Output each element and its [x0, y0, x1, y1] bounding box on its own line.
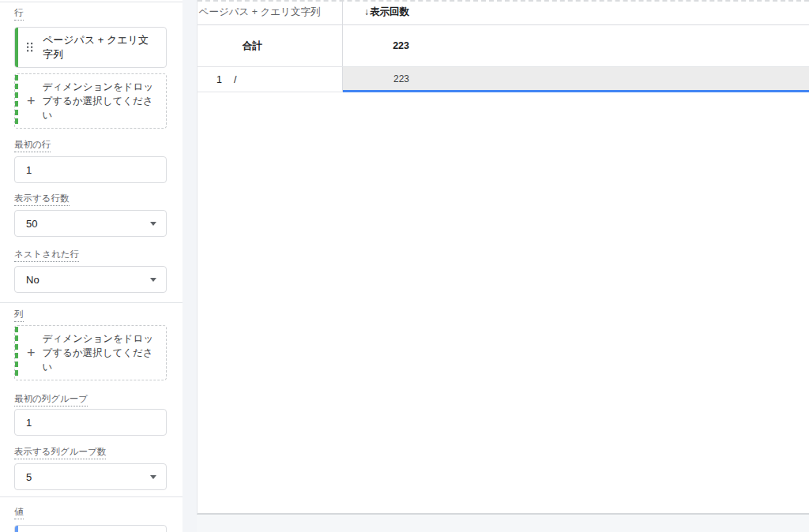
row-path: / [234, 74, 236, 85]
total-value-cell: 223 [343, 25, 809, 66]
table-card: ページパス + クエリ文字列 ↓表示回数 合計 223 1 / [197, 0, 809, 515]
table-row[interactable]: 1 / 223 [198, 67, 809, 92]
table-total-row: 合計 223 [198, 25, 809, 67]
table-header-row: ページパス + クエリ文字列 ↓表示回数 [198, 0, 809, 25]
row-count-select[interactable]: 50 [14, 210, 167, 237]
first-row-label: 最初の行 [14, 140, 51, 152]
metric-chip-views[interactable]: 表示回数 [14, 525, 167, 532]
metric-column-header[interactable]: ↓表示回数 [343, 0, 809, 24]
sort-descending-icon: ↓ [364, 6, 369, 17]
row-count-value: 50 [26, 218, 37, 230]
nested-rows-select[interactable]: No [14, 266, 167, 293]
first-col-group-label: 最初の列グループ [14, 394, 88, 406]
dropdown-caret-icon [150, 278, 156, 282]
total-label: 合計 [243, 39, 262, 53]
dropdown-caret-icon [150, 475, 156, 479]
dimension-header-label: ページパス + クエリ文字列 [199, 6, 321, 19]
nested-rows-label: ネストされた行 [14, 249, 79, 262]
rows-dropzone-label: ディメンションをドロップするか選択してください [43, 80, 160, 122]
total-value: 223 [343, 40, 409, 51]
row-metric-cell-selected[interactable]: 223 [343, 67, 809, 92]
columns-dropzone-label: ディメンションをドロップするか選択してください [43, 332, 160, 374]
row-metric-value: 223 [343, 73, 409, 84]
row-dimension-cell[interactable]: 1 / [198, 67, 343, 92]
tab-settings-sidebar: 行 ページパス + クエリ文字列 + ディメンションをドロップするか選択してくだ… [0, 0, 182, 532]
exploration-tab-settings: 行 ページパス + クエリ文字列 + ディメンションをドロップするか選択してくだ… [0, 0, 809, 532]
row-count-label: 表示する行数 [14, 193, 70, 206]
values-section-label: 値 [14, 507, 24, 519]
first-col-group-input[interactable] [14, 409, 167, 436]
total-label-cell: 合計 [198, 25, 343, 66]
panel-gap [182, 0, 197, 532]
drag-handle-icon [27, 43, 33, 52]
nested-rows-value: No [26, 274, 40, 286]
plus-icon: + [27, 94, 36, 108]
dimension-chip-label: ページパス + クエリ文字列 [43, 33, 149, 62]
metric-header-cell: ↓表示回数 [343, 6, 409, 19]
columns-dimension-dropzone[interactable]: + ディメンションをドロップするか選択してください [14, 325, 167, 380]
rows-section-label: 行 [14, 8, 24, 21]
first-row-input[interactable] [14, 156, 167, 183]
main-area: ページパス + クエリ文字列 ↓表示回数 合計 223 1 / [197, 0, 809, 532]
col-group-count-label: 表示する列グループ数 [14, 447, 106, 459]
rows-dimension-dropzone[interactable]: + ディメンションをドロップするか選択してください [14, 73, 167, 129]
row-rank: 1 [216, 74, 228, 85]
dimension-chip-page-path[interactable]: ページパス + クエリ文字列 [14, 27, 167, 68]
dropdown-caret-icon [150, 222, 156, 226]
col-group-count-select[interactable]: 5 [14, 463, 167, 490]
plus-icon: + [27, 346, 36, 360]
dimension-column-header[interactable]: ページパス + クエリ文字列 [198, 0, 343, 24]
metric-header-label: 表示回数 [370, 6, 409, 17]
col-group-count-value: 5 [26, 471, 32, 483]
columns-section-label: 列 [14, 309, 24, 322]
